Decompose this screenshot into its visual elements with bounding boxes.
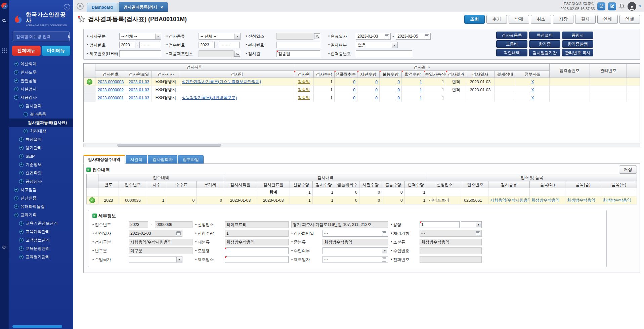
approval-select[interactable]: 없음 ▼ <box>356 42 398 48</box>
apply-date-field[interactable]: 2023-01-03 <box>129 230 182 237</box>
calendar-icon[interactable] <box>176 231 181 235</box>
row-selector[interactable] <box>84 94 95 102</box>
column-header[interactable]: 시편수량 <box>359 181 382 188</box>
receipt-save-button[interactable]: 저장 <box>619 166 637 174</box>
menu-toggle-icon[interactable]: ≡ <box>77 3 84 10</box>
law-type-input[interactable] <box>129 247 192 254</box>
expand-node-icon[interactable]: + <box>14 204 18 209</box>
excel-button[interactable]: 엑셀 <box>619 15 640 24</box>
scrollbar-thumb[interactable] <box>117 144 221 147</box>
apply-qty-input[interactable] <box>225 230 289 237</box>
certificate-button[interactable]: 증명서 <box>562 32 593 39</box>
capacity-unit-select[interactable]: ▼ <box>461 221 482 228</box>
tab-overtime[interactable]: 시간외 <box>126 155 147 163</box>
cell-link[interactable]: 2023-01-03 <box>129 96 149 100</box>
column-header[interactable]: 불능수량 <box>382 181 404 188</box>
mfg-date-field[interactable]: - - <box>323 256 388 263</box>
cell-link[interactable]: 2023-0000003 <box>98 80 124 84</box>
person-link[interactable]: 김종일 <box>298 79 310 84</box>
model-name-input[interactable] <box>225 247 289 254</box>
pass-cert-button[interactable]: 합격증 <box>529 40 560 48</box>
sidebar-item[interactable]: 검사결과등록(검사표) <box>9 119 73 127</box>
cell-link[interactable]: 0 <box>375 88 378 92</box>
import-country-select[interactable]: ▼ <box>129 256 182 263</box>
collapse-node-icon[interactable]: − <box>14 213 18 217</box>
product-maker-input[interactable] <box>199 50 233 57</box>
cell-link[interactable]: 0 <box>397 96 400 100</box>
settings-gear-icon[interactable]: ⚙ <box>2 244 6 250</box>
search-icon[interactable] <box>68 35 70 38</box>
column-header[interactable]: 신청업소 <box>427 181 462 188</box>
column-header[interactable]: 품목(대) <box>529 181 565 188</box>
cell-link[interactable]: 0 <box>353 88 355 92</box>
horizontal-scrollbar[interactable] <box>83 143 640 147</box>
manage-no-input[interactable] <box>276 42 320 48</box>
column-header[interactable]: 접수번호 <box>119 181 147 188</box>
sidebar-item[interactable]: +요건확인 <box>9 169 73 177</box>
detail-receipt-year-input[interactable] <box>129 221 148 228</box>
expand-node-icon[interactable]: + <box>19 246 24 251</box>
receipt-no-seq-input[interactable] <box>219 42 240 48</box>
inspection-batch-period-button[interactable]: 검사일괄기간 <box>529 49 560 56</box>
sidebar-item[interactable]: −결과등록 <box>9 110 73 119</box>
cell-link[interactable]: 2023-0000002 <box>98 88 124 92</box>
category-mid-input[interactable] <box>323 239 388 245</box>
cell-link[interactable]: X <box>531 96 534 100</box>
column-header[interactable]: 검사명 <box>180 71 294 78</box>
complete-date-from[interactable]: 2023-01-03 <box>356 33 391 40</box>
column-header[interactable]: 수수료 <box>166 181 197 188</box>
sidebar-item[interactable]: +공장심사 <box>9 177 73 186</box>
print-button[interactable]: 인쇄 <box>597 15 618 24</box>
search-icon[interactable] <box>2 18 5 23</box>
expand-node-icon[interactable]: + <box>19 238 24 242</box>
cell-link[interactable]: 1 <box>420 96 422 100</box>
category-large-input[interactable] <box>225 239 289 245</box>
branch-select[interactable]: -- 전체 -- ▼ <box>119 33 161 40</box>
expand-node-icon[interactable]: + <box>24 129 28 133</box>
sidebar-collapse-icon[interactable]: ‹ <box>64 4 70 10</box>
app-grid-icon[interactable] <box>2 48 7 53</box>
column-header[interactable]: 시편수량 <box>357 71 380 78</box>
close-tab-icon[interactable]: × <box>161 5 163 10</box>
expand-node-icon[interactable]: + <box>19 230 24 234</box>
manufacturer-input[interactable] <box>225 256 289 263</box>
sidebar-item[interactable]: −검사결과 <box>9 102 73 110</box>
tab-receipt-list[interactable]: 검사대상접수내역 <box>83 155 125 164</box>
item-no-input[interactable] <box>119 50 161 57</box>
sidebar-item[interactable]: +용기관리 <box>9 144 73 152</box>
tab-dashboard[interactable]: Dashboard <box>87 3 118 12</box>
tab-inspection-attendee[interactable]: 검사입회자 <box>148 155 177 163</box>
category-small-input[interactable] <box>420 239 482 245</box>
cell-link[interactable]: 2023-01-03 <box>129 88 149 92</box>
my-menu-button[interactable]: 마이메뉴 <box>42 46 70 56</box>
sidebar-item[interactable]: +시설검사 <box>9 85 73 93</box>
sidebar-item[interactable]: +교육운영관리 <box>9 244 73 253</box>
column-header[interactable]: 검사일자 <box>466 71 495 78</box>
query-button[interactable]: 조회 <box>464 15 485 24</box>
menu-search-input[interactable] <box>16 34 68 39</box>
hope-date-field[interactable]: - - <box>323 230 388 237</box>
cell-link[interactable]: 0 <box>397 80 400 84</box>
column-header[interactable]: 결재상태 <box>495 71 516 78</box>
sidebar-item[interactable]: +사고점검 <box>9 186 73 194</box>
column-header[interactable]: 검사완료일 <box>257 181 290 188</box>
transport-fee-button[interactable]: 교통비 <box>496 40 527 48</box>
notification-bell-icon[interactable] <box>619 3 625 10</box>
table-row[interactable]: 2023-00000012023-01-03ESG경영처성능검정기록부(내압방폭… <box>84 94 640 102</box>
favorite-star-icon[interactable] <box>78 15 85 23</box>
column-header[interactable]: 검사결과 <box>446 71 466 78</box>
calendar-icon[interactable] <box>476 231 480 235</box>
column-header[interactable]: 업소번호 <box>462 181 488 188</box>
expand-node-icon[interactable]: + <box>19 154 24 158</box>
calendar-icon[interactable] <box>425 34 429 38</box>
column-header[interactable]: 합격수량 <box>402 71 424 78</box>
column-header[interactable]: 품목(중) <box>565 181 601 188</box>
expand-node-icon[interactable]: + <box>14 79 18 83</box>
engrave-history-button[interactable]: 각인내역 <box>496 49 527 56</box>
specific-equipment-button[interactable]: 특정설비 <box>529 32 560 39</box>
add-button[interactable]: 추가 <box>486 15 507 24</box>
inspection-results-table[interactable]: 검사내역검사결과합격증번호관리번호제검사번호검사완료일검사지사검사명검사원검사수… <box>84 63 640 102</box>
sidebar-item[interactable]: +특정설비 <box>9 135 73 144</box>
column-header[interactable]: 검사수량 <box>312 181 335 188</box>
cell-link[interactable]: 0 <box>353 96 355 100</box>
